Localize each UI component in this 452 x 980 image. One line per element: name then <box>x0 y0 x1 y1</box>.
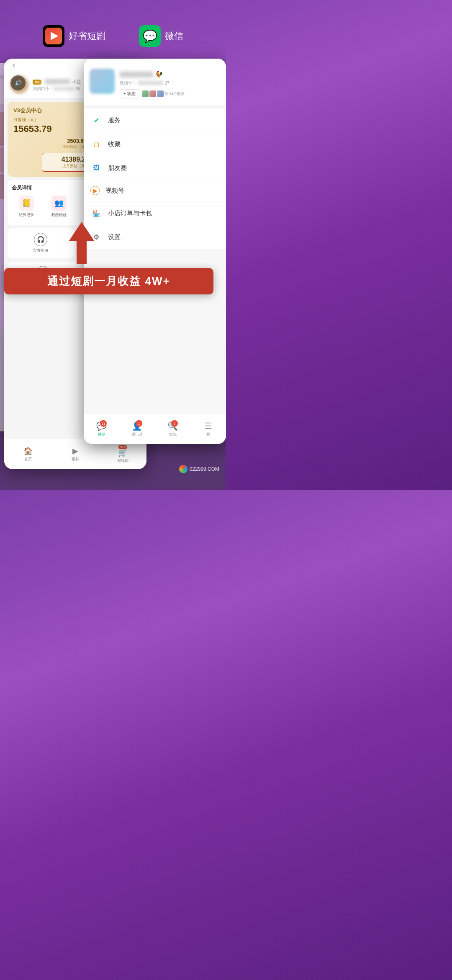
friend-avatar-3 <box>157 90 164 97</box>
wechat-actions-row: + 状态 等 34个朋友 <box>120 89 220 98</box>
shop-label: 小店订单与卡包 <box>108 209 219 217</box>
play-icon <box>51 32 58 40</box>
wechat-app-window: 🐓 微信号： J7 + 状态 等 34个朋友 ✔ 服务 <box>84 59 226 444</box>
customer-service-label: 官方客服 <box>33 248 48 253</box>
friends-preview: 等 34个朋友 <box>142 90 185 97</box>
nav-materials[interactable]: ▶ 素材 <box>51 446 99 462</box>
home-icon: 🏠 <box>23 446 33 456</box>
wechat-menu: ✔ 服务 ◻ 收藏 🖼 朋友圈 ▶ 视频号 🏪 小店订单与卡包 ⚙ 设置 <box>84 108 226 249</box>
customer-service-icon: 🎧 <box>34 233 47 246</box>
contacts-label: 通讯录 <box>131 432 143 437</box>
back-button[interactable]: ‹ <box>9 59 18 71</box>
haosheng-icon-inner <box>45 28 62 44</box>
home-label: 首页 <box>24 456 32 462</box>
settlement-records-icon: 📒 <box>19 196 34 211</box>
wechat-nav-discover[interactable]: 2 🔍 发现 <box>155 421 190 437</box>
wechat-avatar <box>90 69 115 94</box>
wechat-menu-collections[interactable]: ◻ 收藏 <box>84 132 226 156</box>
wechat-contacts-badge: 1 <box>136 420 142 427</box>
wechat-profile-info: 🐓 微信号： J7 + 状态 等 34个朋友 <box>120 69 220 98</box>
wechat-app-name: 微信 <box>165 30 183 42</box>
shop-icon: 🏪 <box>90 207 102 219</box>
materials-icon: ▶ <box>72 446 78 456</box>
my-fans-item[interactable]: 👥 我的粉丝 <box>44 196 74 218</box>
watermark: 022999.COM <box>179 465 219 473</box>
wechat-id-blurred <box>138 81 163 85</box>
moments-icon: 🖼 <box>90 162 102 174</box>
wechat-nav-messages[interactable]: 11 💬 微信 <box>84 421 119 437</box>
haosheng-app-name: 好省短剧 <box>69 30 105 42</box>
add-status-button[interactable]: + 状态 <box>120 89 139 98</box>
settlement-records-item[interactable]: 📒 结算记录 <box>12 196 41 218</box>
watermark-logo <box>179 465 187 473</box>
nav-save-shop[interactable]: New 🛒 省钱购 <box>99 445 146 464</box>
promo-banner: 通过短剧一月收益 4W+ <box>4 268 213 294</box>
settlement-records-label: 结算记录 <box>19 212 34 218</box>
services-label: 服务 <box>108 116 219 124</box>
arrow-head <box>69 222 94 241</box>
profile-short-name: 小是 <box>72 79 81 84</box>
channels-label: 视频号 <box>105 187 219 195</box>
wechat-discover-badge: 2 <box>171 420 178 427</box>
sound-icon[interactable]: 🔊 <box>10 75 26 90</box>
settings-label-wechat: 设置 <box>108 233 219 241</box>
save-shop-icon: 🛒 <box>118 448 127 457</box>
friend-avatar-1 <box>142 90 149 97</box>
wechat-app-label[interactable]: 💬 微信 <box>139 25 183 47</box>
wechat-menu-channels[interactable]: ▶ 视频号 <box>84 180 226 201</box>
app-switcher-header: 好省短剧 💬 微信 <box>0 25 226 47</box>
v3-badge: V3 <box>33 80 41 85</box>
friends-count-label: 等 34个朋友 <box>164 91 185 97</box>
wechat-menu-services[interactable]: ✔ 服务 <box>84 108 226 132</box>
my-fans-icon: 👥 <box>51 196 67 211</box>
customer-service-item[interactable]: 🎧 官方客服 <box>8 228 74 258</box>
nav-home[interactable]: 🏠 首页 <box>4 446 51 462</box>
haosheng-app-icon <box>43 25 64 47</box>
chicken-emoji: 🐓 <box>155 70 163 78</box>
me-label: 我 <box>206 432 210 437</box>
wechat-id-label: 微信号： <box>120 80 136 86</box>
wechat-profile-section: 🐓 微信号： J7 + 状态 等 34个朋友 <box>84 59 226 105</box>
me-icon: ☰ <box>205 421 212 431</box>
wechat-menu-shop[interactable]: 🏪 小店订单与卡包 <box>84 201 226 225</box>
my-fans-label: 我的粉丝 <box>51 212 67 218</box>
arrow-body <box>77 241 87 264</box>
wechat-app-icon: 💬 <box>139 25 161 47</box>
arrow-annotation <box>65 222 98 264</box>
wechat-menu-moments[interactable]: 🖼 朋友圈 <box>84 156 226 180</box>
profile-name-blurred <box>45 79 70 84</box>
wechat-bottom-nav: 11 💬 微信 1 👤 通讯录 2 🔍 发现 ☰ 我 <box>84 414 226 444</box>
haosheng-app-label[interactable]: 好省短剧 <box>43 25 105 47</box>
collections-icon: ◻ <box>90 138 102 150</box>
save-shop-label: 省钱购 <box>117 458 128 464</box>
watermark-text: 022999.COM <box>190 466 219 472</box>
services-icon: ✔ <box>90 114 102 126</box>
wechat-name-blurred <box>120 72 153 77</box>
materials-label: 素材 <box>72 456 79 462</box>
wechat-messages-badge: 11 <box>100 420 107 427</box>
wechat-nav-me[interactable]: ☰ 我 <box>190 421 226 437</box>
channels-icon: ▶ <box>90 186 100 195</box>
wechat-nav-contacts[interactable]: 1 👤 通讯录 <box>119 421 155 437</box>
wechat-icon-symbol: 💬 <box>143 29 157 43</box>
moments-label: 朋友圈 <box>108 164 219 172</box>
wechat-menu-settings[interactable]: ⚙ 设置 <box>84 225 226 249</box>
wechat-id-row: 微信号： J7 <box>120 80 220 86</box>
messages-label: 微信 <box>98 432 105 437</box>
friend-avatar-2 <box>149 90 156 97</box>
discover-label: 发现 <box>169 432 177 437</box>
wechat-id-suffix: J7 <box>165 81 170 85</box>
collections-label: 收藏 <box>108 140 219 148</box>
promo-text: 通过短剧一月收益 4W+ <box>47 275 170 287</box>
